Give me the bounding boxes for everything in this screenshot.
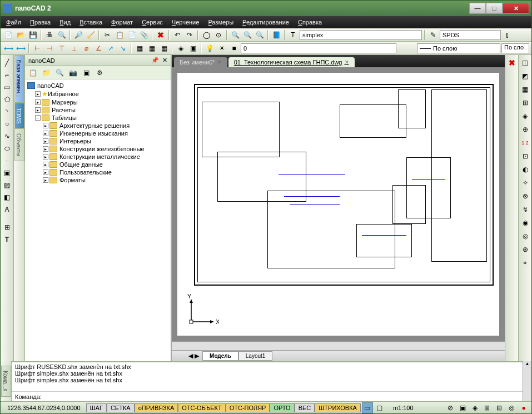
spds-icon[interactable]: ✎: [427, 29, 439, 41]
pt-icon1[interactable]: 📋: [27, 67, 38, 78]
pline-icon[interactable]: ⌐: [2, 69, 13, 81]
doc-tab[interactable]: Без имени0*✕: [174, 57, 227, 67]
print-icon[interactable]: 🖶: [44, 29, 55, 41]
zoom2-icon[interactable]: 🔍: [242, 29, 253, 41]
r-icon6[interactable]: ⊕: [520, 124, 531, 135]
prop-icon[interactable]: ▣: [187, 43, 198, 54]
tree-toggle-icon[interactable]: ▸: [43, 154, 48, 159]
font-input[interactable]: [300, 30, 422, 40]
line-icon[interactable]: ╱: [2, 57, 13, 68]
r-icon4[interactable]: ⊞: [520, 97, 531, 108]
expand-icon[interactable]: ⫿: [502, 29, 513, 41]
r-icon14[interactable]: ◎: [520, 231, 531, 242]
st-icon1[interactable]: ▭: [362, 402, 373, 413]
tree-item[interactable]: −Таблицы: [27, 114, 168, 122]
preview-icon[interactable]: 🔍: [56, 29, 67, 41]
pt-icon6[interactable]: ⚙: [94, 67, 105, 78]
tree-toggle-icon[interactable]: ▸: [35, 91, 41, 97]
tree-toggle-icon[interactable]: −: [35, 115, 41, 121]
tree-toggle-icon[interactable]: ▸: [43, 177, 48, 183]
tree-toggle-icon[interactable]: ▸: [35, 99, 41, 105]
rect-icon[interactable]: ▭: [2, 82, 13, 93]
tab-close-icon[interactable]: ✕: [345, 59, 349, 65]
ellipse-icon[interactable]: ⬭: [2, 143, 13, 154]
poly-icon[interactable]: ⬠: [2, 94, 13, 105]
mtext-icon[interactable]: A: [2, 204, 13, 215]
dim7-icon[interactable]: ⌀: [81, 43, 92, 54]
dim5-icon[interactable]: ⊤: [56, 43, 67, 54]
zoom1-icon[interactable]: 🔍: [230, 29, 241, 41]
status-toggle-ШТРИХОВКА[interactable]: ШТРИХОВКА: [315, 403, 361, 412]
vtab-tdms[interactable]: TDMS: [14, 103, 24, 128]
color-icon[interactable]: ■: [228, 43, 240, 54]
r-icon13[interactable]: ◉: [520, 217, 531, 228]
tree-item[interactable]: ▸Инженерные изыскания: [27, 129, 168, 137]
menu-вид[interactable]: Вид: [55, 18, 75, 27]
close-button[interactable]: ✕: [503, 3, 529, 14]
tree-item[interactable]: ▸Интерьеры: [27, 137, 168, 145]
menu-черчение[interactable]: Черчение: [167, 18, 204, 27]
menu-вставка[interactable]: Вставка: [75, 18, 107, 27]
tree-item[interactable]: ▸Пользовательские: [27, 168, 168, 176]
erase-icon[interactable]: ◯: [201, 29, 212, 41]
pt-icon5[interactable]: ▣: [81, 67, 92, 78]
dim2-icon[interactable]: ⟷: [15, 43, 26, 54]
minimize-button[interactable]: —: [469, 3, 486, 14]
r-icon3[interactable]: ▦: [520, 84, 531, 95]
spline-icon[interactable]: ∿: [2, 131, 13, 142]
status-toggle-ОТС-ОБЪЕКТ[interactable]: ОТС-ОБЪЕКТ: [178, 403, 225, 412]
st-icon6[interactable]: ⊞: [481, 402, 493, 413]
menu-редактирование[interactable]: Редактирование: [238, 18, 294, 27]
bulb-icon[interactable]: 💡: [204, 43, 215, 54]
r-icon16[interactable]: ⌖: [520, 257, 531, 268]
cut-icon[interactable]: ✂: [102, 29, 113, 41]
r-icon7[interactable]: 1:2: [520, 137, 531, 148]
pt-icon2[interactable]: 📁: [41, 67, 52, 78]
sun-icon[interactable]: ☀: [216, 43, 227, 54]
tab-close-icon[interactable]: ✕: [217, 59, 222, 65]
table2-icon[interactable]: ▦: [146, 43, 157, 54]
menu-правка[interactable]: Правка: [26, 18, 55, 27]
menu-файл[interactable]: Файл: [2, 18, 26, 27]
tree-item[interactable]: ▸Общие данные: [27, 161, 168, 168]
menu-справка[interactable]: Справка: [294, 18, 326, 27]
spds-input[interactable]: [440, 30, 501, 40]
status-toggle-ОТС-ПОЛЯР[interactable]: ОТС-ПОЛЯР: [226, 403, 270, 412]
r-icon5[interactable]: ◈: [520, 111, 531, 122]
circle-icon[interactable]: ⊙: [213, 29, 224, 41]
tree-item[interactable]: ▸Архитектурные решения: [27, 122, 168, 129]
cmd-scrollbar[interactable]: ▲: [523, 361, 531, 401]
doc-tab[interactable]: 01_Технологическая схема ГНПС.dwg✕: [228, 57, 355, 67]
tree-toggle-icon[interactable]: ▸: [43, 146, 48, 152]
r-icon8[interactable]: ⊡: [520, 151, 531, 162]
st-icon8[interactable]: ◎: [506, 402, 517, 413]
vtab-objects[interactable]: Объекты: [14, 128, 24, 161]
pt-icon3[interactable]: 🔍: [54, 67, 65, 78]
r-icon10[interactable]: ✧: [520, 177, 531, 188]
dim9-icon[interactable]: ↗: [105, 43, 116, 54]
bylayer2-select[interactable]: По сло: [501, 43, 529, 53]
new-icon[interactable]: 📄: [3, 29, 14, 41]
tree-toggle-icon[interactable]: ▸: [35, 107, 41, 113]
panel-titlebar[interactable]: nanoCAD 📌 ✕: [25, 55, 171, 66]
tree-toggle-icon[interactable]: ▸: [43, 169, 48, 175]
r-icon15[interactable]: ⊛: [520, 244, 531, 255]
maximize-button[interactable]: □: [486, 3, 503, 14]
st-icon2[interactable]: ▢: [374, 402, 385, 413]
purge-icon[interactable]: 🧹: [85, 29, 96, 41]
menu-размеры[interactable]: Размеры: [203, 18, 238, 27]
help-icon[interactable]: 📘: [271, 29, 282, 41]
layout-tab[interactable]: Layout1: [238, 351, 273, 361]
tree-item[interactable]: ▸Форматы: [27, 176, 168, 184]
region-icon[interactable]: ◧: [2, 192, 13, 203]
paste-icon[interactable]: 📄: [126, 29, 137, 41]
st-icon3[interactable]: ⊘: [445, 402, 456, 413]
vtab-base[interactable]: База элемен...: [14, 55, 24, 103]
pin-icon[interactable]: 📌: [151, 57, 159, 64]
tree-view[interactable]: nanoCAD▸★Избранное▸Маркеры▸Расчеты−Табли…: [25, 79, 171, 361]
save-icon[interactable]: 💾: [27, 29, 38, 41]
block-icon[interactable]: ▣: [2, 167, 13, 178]
vtab-command[interactable]: Кома...я: [1, 366, 11, 397]
table3-icon[interactable]: ▦: [158, 43, 170, 54]
copy-icon[interactable]: 📋: [114, 29, 125, 41]
